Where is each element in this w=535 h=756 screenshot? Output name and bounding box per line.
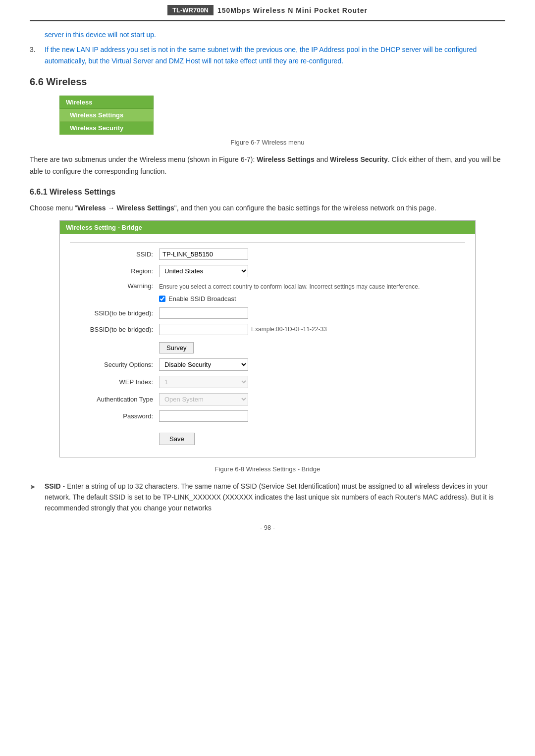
save-button[interactable]: Save xyxy=(159,433,195,445)
ssid-description: - Enter a string of up to 32 characters.… xyxy=(45,482,493,512)
wireless-settings-panel: Wireless Setting - Bridge SSID: Region: … xyxy=(59,220,476,457)
security-options-select[interactable]: Disable Security xyxy=(159,358,248,371)
region-row: Region: United States xyxy=(70,265,465,277)
wireless-menu: Wireless Wireless Settings Wireless Secu… xyxy=(59,96,154,135)
figure7-caption: Figure 6-7 Wireless menu xyxy=(30,139,505,146)
model-name: TL-WR700N xyxy=(167,5,214,15)
bssid-bridged-label: BSSID(to be bridged): xyxy=(70,326,159,333)
figure8-caption: Figure 6-8 Wireless Settings - Bridge xyxy=(30,465,505,473)
auth-type-row: Authentication Type Open System xyxy=(70,393,465,405)
wep-index-select[interactable]: 1 xyxy=(159,376,248,388)
server-note: server in this device will not start up. xyxy=(45,29,505,40)
auth-type-select[interactable]: Open System xyxy=(159,393,248,405)
menu-wireless-security[interactable]: Wireless Security xyxy=(59,122,154,135)
bssid-bridged-input[interactable] xyxy=(159,324,248,335)
ssid-broadcast-row: Enable SSID Broadcast xyxy=(159,295,465,302)
page-header: TL-WR700N 150Mbps Wireless N Mini Pocket… xyxy=(30,0,505,21)
subsection-intro: Choose menu "Wireless → Wireless Setting… xyxy=(30,202,505,214)
ssid-bridged-label: SSID(to be bridged): xyxy=(70,309,159,317)
item-content: If the new LAN IP address you set is not… xyxy=(45,44,505,66)
warning-row: Warning: Ensure you select a correct cou… xyxy=(70,282,465,290)
numbered-item-3: 3. If the new LAN IP address you set is … xyxy=(30,44,505,66)
region-label: Region: xyxy=(70,267,159,275)
menu-wireless-settings[interactable]: Wireless Settings xyxy=(59,109,154,122)
panel-title: Wireless Setting - Bridge xyxy=(60,221,475,234)
wep-index-label: WEP Index: xyxy=(70,378,159,386)
security-options-row: Security Options: Disable Security xyxy=(70,358,465,371)
subsection-title: 6.6.1 Wireless Settings xyxy=(30,188,505,197)
wep-index-row: WEP Index: 1 xyxy=(70,376,465,388)
survey-button[interactable]: Survey xyxy=(159,342,194,353)
password-input[interactable] xyxy=(159,410,248,422)
save-row: Save xyxy=(70,428,465,447)
menu-header[interactable]: Wireless xyxy=(59,96,154,109)
ssid-broadcast-checkbox[interactable] xyxy=(159,296,165,302)
item-number: 3. xyxy=(30,44,45,66)
warning-label: Warning: xyxy=(70,282,159,290)
page-title: 150Mbps Wireless N Mini Pocket Router xyxy=(217,6,368,14)
ssid-bullet-content: SSID - Enter a string of up to 32 charac… xyxy=(45,481,505,514)
section-title: 6.6 Wireless xyxy=(30,76,505,88)
ssid-row: SSID: xyxy=(70,249,465,260)
security-options-label: Security Options: xyxy=(70,361,159,368)
ssid-broadcast-label: Enable SSID Broadcast xyxy=(168,295,236,302)
ssid-bullet-row: ➤ SSID - Enter a string of up to 32 char… xyxy=(30,481,505,514)
ssid-bullet-section: ➤ SSID - Enter a string of up to 32 char… xyxy=(30,481,505,514)
ssid-bridged-row: SSID(to be bridged): xyxy=(70,307,465,319)
survey-row: Survey xyxy=(70,340,465,353)
password-label: Password: xyxy=(70,412,159,420)
region-select[interactable]: United States xyxy=(159,265,248,277)
warning-text: Ensure you select a correct country to c… xyxy=(159,283,465,290)
auth-type-label: Authentication Type xyxy=(70,396,159,403)
page-number: - 98 - xyxy=(30,524,505,531)
ssid-bridged-input[interactable] xyxy=(159,307,248,319)
bssid-example: Example:00-1D-0F-11-22-33 xyxy=(251,326,327,333)
bullet-icon: ➤ xyxy=(30,481,45,492)
ssid-label: SSID: xyxy=(70,251,159,258)
bssid-bridged-row: BSSID(to be bridged): Example:00-1D-0F-1… xyxy=(70,324,465,335)
ssid-term: SSID xyxy=(45,482,61,490)
password-row: Password: xyxy=(70,410,465,422)
section-description: There are two submenus under the Wireles… xyxy=(30,154,505,178)
ssid-input[interactable] xyxy=(159,249,248,260)
